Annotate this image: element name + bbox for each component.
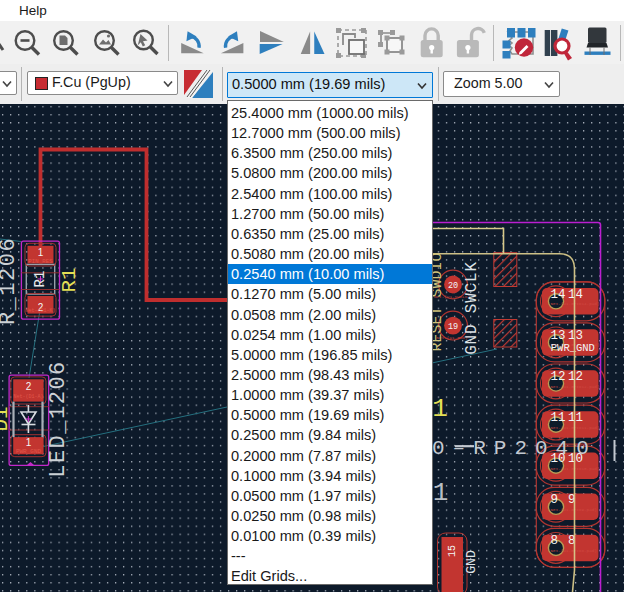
svg-text:GND: GND (464, 550, 479, 574)
svg-text:9: 9 (551, 493, 559, 507)
svg-text:19: 19 (448, 322, 458, 332)
svg-text:PWR_GND: PWR_GND (551, 342, 595, 354)
svg-text:PWR_GND: PWR_GND (16, 448, 42, 455)
svg-text:13: 13 (568, 329, 583, 343)
svg-text:8: 8 (551, 534, 559, 548)
svg-text:12: 12 (551, 370, 566, 384)
svg-text:1: 1 (26, 437, 32, 448)
svg-text:1: 1 (433, 478, 449, 508)
svg-text:0–RP2040: 0–RP2040 (432, 437, 597, 460)
svg-text:Net-(D1-A): Net-(D1-A) (13, 394, 43, 400)
svg-text:1: 1 (38, 247, 44, 258)
svg-text:R1: R1 (58, 267, 81, 292)
svg-text:15: 15 (447, 545, 458, 557)
svg-text:14: 14 (568, 288, 583, 302)
svg-text:R_1206: R_1206 (0, 237, 21, 325)
svg-text:2: 2 (26, 381, 32, 392)
svg-text:Net-(D1-K): Net-(D1-K) (25, 308, 55, 314)
svg-text:11: 11 (568, 411, 583, 425)
svg-text:PIN_RES: PIN_RES (28, 258, 53, 265)
svg-text:13: 13 (551, 329, 566, 343)
svg-text:14: 14 (551, 288, 566, 302)
svg-text:D1: D1 (0, 406, 13, 431)
svg-text:R1: R1 (32, 271, 48, 288)
svg-text:GND SWCLK: GND SWCLK (463, 261, 481, 355)
svg-text:20: 20 (448, 281, 458, 291)
svg-text:LED_1206: LED_1206 (46, 360, 71, 478)
svg-text:11: 11 (551, 411, 566, 425)
svg-text:12: 12 (568, 370, 583, 384)
svg-text:1: 1 (432, 394, 448, 424)
